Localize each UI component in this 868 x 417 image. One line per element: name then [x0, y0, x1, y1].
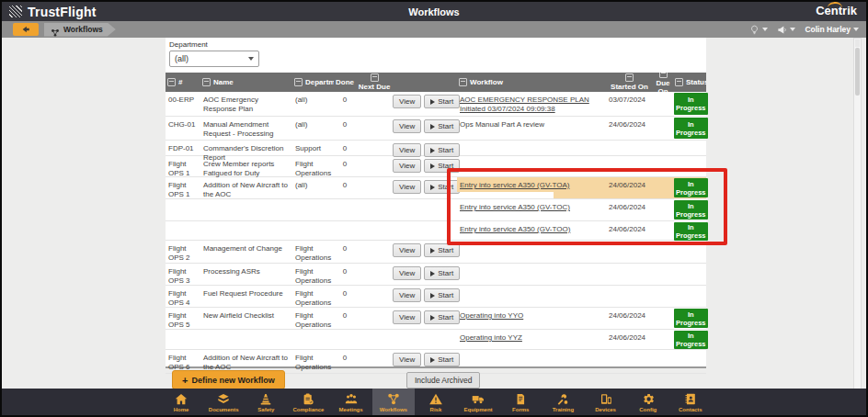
nav-item-training[interactable]: Training	[542, 389, 584, 415]
cell-num: Flight OPS 1	[166, 177, 200, 201]
include-archived-button[interactable]: Include Archived	[406, 372, 480, 389]
workflow-link[interactable]: AOC EMERGENCY RESPONSE PLAN Initiated 03…	[460, 96, 589, 113]
cell-due-on	[653, 264, 673, 269]
nav-item-workflows[interactable]: Workflows	[372, 389, 415, 415]
start-button[interactable]: Start	[424, 243, 460, 257]
header-status[interactable]: Status	[673, 73, 706, 92]
nav-item-equipment[interactable]: Equipment	[457, 389, 499, 415]
table-row[interactable]: Flight OPS 4 Fuel Request Procedure Flig…	[166, 286, 706, 308]
header-name[interactable]: Name	[200, 73, 292, 92]
nav-item-forms[interactable]: Forms	[499, 389, 542, 415]
table-row[interactable]: Entry into service A350 (GV-TOO) 24/06/2…	[166, 221, 706, 241]
scrollbar-thumb[interactable]	[855, 48, 860, 96]
nav-item-contacts[interactable]: Contacts	[669, 389, 712, 415]
user-menu[interactable]: Colin Harley	[805, 25, 859, 34]
table-row[interactable]: Flight OPS 5 New Airfield Checklist Flig…	[166, 308, 706, 330]
table-row[interactable]: CHG-01 Manual Amendment Request - Proces…	[166, 117, 706, 141]
cell-status: In Progress	[673, 330, 706, 350]
cell-status	[673, 350, 706, 373]
table-row[interactable]: Operating into YYZ 24/06/2024 In Progres…	[166, 330, 706, 350]
table-row[interactable]: Flight OPS 1 Addition of New Aircraft to…	[166, 177, 706, 199]
nav-item-label: Contacts	[679, 407, 702, 412]
define-new-workflow-button[interactable]: + Define new Workflow	[172, 370, 285, 389]
table-row[interactable]: Flight OPS 2 Management of Change Flight…	[166, 241, 706, 264]
view-button[interactable]: View	[393, 243, 421, 257]
nav-item-compliance[interactable]: Compliance	[287, 389, 329, 415]
start-button[interactable]: Start	[424, 180, 460, 194]
nav-item-safety[interactable]: Safety	[245, 389, 287, 415]
cell-next-due	[356, 241, 393, 246]
column-menu-icon	[294, 78, 303, 86]
announcements-menu[interactable]	[777, 25, 795, 35]
view-button[interactable]: View	[393, 310, 421, 324]
department-select[interactable]: (all)	[169, 51, 259, 67]
view-button[interactable]: View	[393, 266, 421, 280]
cell-buttons: View Start	[393, 156, 457, 173]
scrollbar-up-arrow[interactable]	[855, 39, 860, 47]
nav-item-meetings[interactable]: Meetings	[330, 389, 372, 415]
nav-item-documents[interactable]: Documents	[202, 389, 245, 415]
cell-next-due	[356, 264, 393, 269]
workflow-link[interactable]: Entry into service A350 (GV-TOA)	[460, 181, 569, 189]
workflow-link[interactable]: Entry into service A350 (GV-TOO)	[460, 225, 570, 233]
workflows-icon	[51, 25, 60, 34]
view-button[interactable]: View	[393, 353, 421, 366]
nav-item-config[interactable]: Config	[627, 389, 669, 415]
start-button[interactable]: Start	[424, 353, 460, 366]
view-button[interactable]: View	[393, 95, 421, 108]
top-title-bar: TrustFlight Workflows Centrik	[2, 2, 866, 21]
header-done[interactable]: Done	[334, 73, 356, 92]
back-arrow-icon	[21, 25, 30, 34]
table-row[interactable]: Flight OPS 1 Crew Member reports Fatigue…	[166, 156, 706, 177]
start-button[interactable]: Start	[424, 95, 460, 108]
play-icon	[430, 357, 435, 363]
cell-workflow	[457, 241, 606, 246]
header-department[interactable]: Department	[292, 73, 334, 92]
table-row[interactable]: FDP-01 Commander's Discretion Report Sup…	[166, 141, 706, 156]
view-button[interactable]: View	[393, 180, 421, 194]
start-button[interactable]: Start	[424, 310, 460, 324]
nav-item-devices[interactable]: Devices	[585, 389, 627, 415]
workflow-link[interactable]: Operating into YYZ	[460, 333, 522, 342]
cell-num: Flight OPS 4	[166, 286, 200, 310]
table-row[interactable]: 00-ERP AOC Emergency Response Plan (all)…	[166, 92, 706, 117]
table-row[interactable]: Entry into service A350 (GV-TOC) 24/06/2…	[166, 199, 706, 221]
view-button[interactable]: View	[393, 119, 421, 133]
workflow-link[interactable]: Ops Manual Part A review	[460, 120, 544, 129]
status-badge: In Progress	[674, 178, 708, 197]
start-button[interactable]: Start	[424, 119, 460, 133]
help-menu[interactable]	[749, 25, 768, 35]
view-button[interactable]: View	[393, 159, 421, 173]
breadcrumb-tab-workflows[interactable]: Workflows	[44, 23, 116, 37]
nav-item-label: Documents	[209, 407, 239, 412]
header-due-on[interactable]: Due On	[653, 73, 673, 92]
cell-next-due	[356, 156, 393, 162]
cell-department: Support	[292, 141, 334, 155]
cell-due-on	[653, 141, 673, 146]
start-button[interactable]: Start	[424, 159, 460, 173]
start-button[interactable]: Start	[424, 266, 460, 280]
header-started-on[interactable]: Started On	[606, 73, 653, 92]
header-num[interactable]: #	[166, 73, 200, 92]
start-button[interactable]: Start	[424, 143, 460, 157]
view-button[interactable]: View	[393, 143, 421, 157]
start-label: Start	[438, 162, 453, 170]
nav-item-label: Compliance	[292, 407, 324, 412]
back-button[interactable]	[13, 23, 39, 36]
nav-item-home[interactable]: Home	[160, 389, 202, 415]
header-next-due[interactable]: Next Due	[356, 73, 393, 92]
vertical-scrollbar[interactable]	[853, 38, 862, 390]
view-button[interactable]: View	[393, 288, 421, 302]
workflow-link[interactable]: Operating into YYO	[460, 311, 523, 320]
start-label: Start	[438, 313, 453, 321]
cell-started-on: 24/06/2024	[606, 330, 653, 344]
table-row[interactable]: Flight OPS 3 Processing ASRs Flight Oper…	[166, 264, 706, 286]
nav-item-risk[interactable]: Risk	[415, 389, 457, 415]
header-workflow[interactable]: Workflow	[457, 73, 606, 92]
start-button[interactable]: Start	[424, 288, 460, 302]
user-area: Colin Harley	[749, 21, 859, 38]
cell-workflow	[457, 156, 606, 162]
workflow-link[interactable]: Entry into service A350 (GV-TOC)	[460, 203, 570, 211]
cell-started-on	[606, 286, 653, 291]
cell-due-on	[653, 286, 673, 291]
